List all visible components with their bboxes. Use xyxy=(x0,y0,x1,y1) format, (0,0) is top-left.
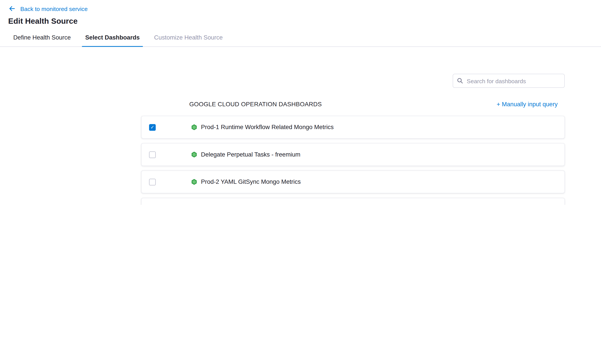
manually-input-query-link[interactable]: + Manually input query xyxy=(497,101,558,108)
back-arrow-icon[interactable] xyxy=(9,5,16,12)
back-to-monitored-service-link[interactable]: Back to monitored service xyxy=(20,5,88,12)
row-checkbox-2[interactable] xyxy=(149,179,156,185)
dashboard-table: GOOGLE CLOUD OPERATION DASHBOARDS + Manu… xyxy=(141,96,565,205)
gcp-dashboard-icon xyxy=(191,179,197,185)
tab-select-dashboards[interactable]: Select Dashboards xyxy=(82,34,143,47)
gcp-dashboard-icon xyxy=(191,124,197,131)
list-item[interactable]: Prod-GCLB xyxy=(141,198,565,205)
table-header-row: GOOGLE CLOUD OPERATION DASHBOARDS + Manu… xyxy=(141,96,565,112)
tab-define-health-source[interactable]: Define Health Source xyxy=(10,34,74,47)
row-checkbox-1[interactable] xyxy=(149,151,156,158)
table-column-header: GOOGLE CLOUD OPERATION DASHBOARDS xyxy=(141,101,322,108)
edit-health-source-page: Back to monitored service Edit Health So… xyxy=(0,0,601,205)
list-item[interactable]: Prod-1 Runtime Workflow Related Mongo Me… xyxy=(141,116,565,139)
tab-bar: Define Health Source Select Dashboards C… xyxy=(0,34,601,47)
gcp-dashboard-icon xyxy=(191,151,197,158)
dashboard-list: Prod-1 Runtime Workflow Related Mongo Me… xyxy=(141,116,565,205)
search-input[interactable] xyxy=(453,74,565,88)
tab-customize-health-source[interactable]: Customize Health Source xyxy=(151,34,226,47)
back-row: Back to monitored service xyxy=(0,0,601,12)
row-checkbox-0[interactable] xyxy=(149,124,156,131)
dashboard-label: Prod-1 Runtime Workflow Related Mongo Me… xyxy=(201,124,334,131)
dashboard-label: Delegate Perpetual Tasks - freemium xyxy=(201,151,300,158)
dashboard-label: Prod-2 YAML GitSync Mongo Metrics xyxy=(201,179,301,185)
dashboard-search xyxy=(453,74,565,88)
list-item[interactable]: Delegate Perpetual Tasks - freemium xyxy=(141,143,565,166)
page-title: Edit Health Source xyxy=(8,17,601,26)
list-item[interactable]: Prod-2 YAML GitSync Mongo Metrics xyxy=(141,171,565,193)
